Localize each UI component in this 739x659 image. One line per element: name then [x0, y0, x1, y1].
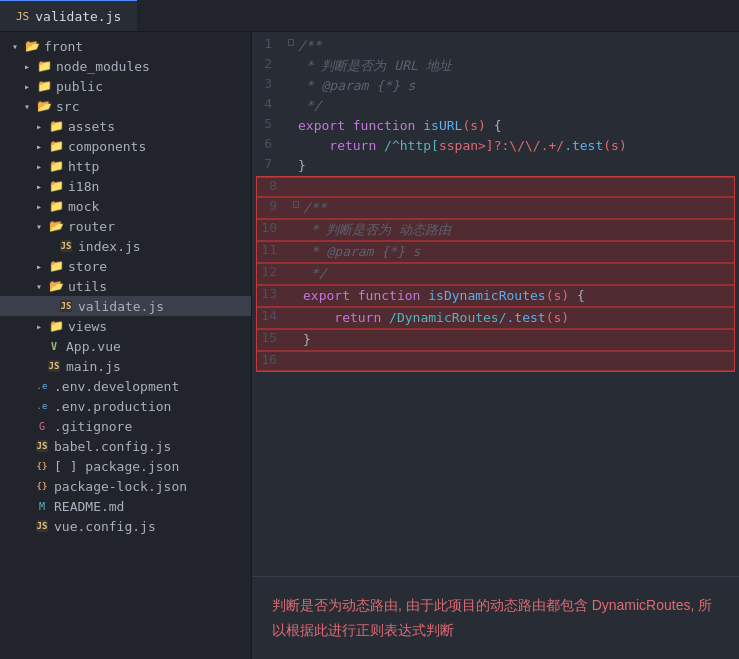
tree-item-store[interactable]: store [0, 256, 251, 276]
file-icon [34, 478, 50, 494]
folder-icon [36, 58, 52, 74]
item-label: front [44, 39, 83, 54]
file-icon [34, 498, 50, 514]
fold-button[interactable]: □ [284, 36, 298, 47]
code-text: /** [303, 198, 726, 218]
tree-item-packagejson[interactable]: [ ] package.json [0, 456, 251, 476]
line-number: 11 [257, 242, 289, 257]
code-lines: 1□/**2 * 判断是否为 URL 地址3 * @param {*} s4 *… [252, 32, 739, 576]
tree-item-vueconfig[interactable]: vue.config.js [0, 516, 251, 536]
code-line-5: 5export function isURL(s) { [252, 116, 739, 136]
fold-button[interactable]: □ [289, 198, 303, 209]
tree-item-babelconfig[interactable]: babel.config.js [0, 436, 251, 456]
tree-item-public[interactable]: public [0, 76, 251, 96]
chevron-icon [8, 39, 22, 53]
tree-item-env_dev[interactable]: .env.development [0, 376, 251, 396]
code-text: * 判断是否为 动态路由 [303, 220, 726, 240]
code-line-13: 13export function isDynamicRoutes(s) { [257, 285, 734, 307]
tree-item-router_index[interactable]: index.js [0, 236, 251, 256]
folder-icon [48, 118, 64, 134]
tree-item-mainjs[interactable]: main.js [0, 356, 251, 376]
file-icon [34, 378, 50, 394]
folder-icon [24, 38, 40, 54]
item-label: src [56, 99, 79, 114]
tree-item-components[interactable]: components [0, 136, 251, 156]
line-number: 16 [257, 352, 289, 367]
tree-item-appvue[interactable]: App.vue [0, 336, 251, 356]
code-line-15: 15} [257, 329, 734, 351]
line-number: 15 [257, 330, 289, 345]
item-label: components [68, 139, 146, 154]
chevron-icon [32, 219, 46, 233]
chevron-icon [20, 59, 34, 73]
code-editor[interactable]: 1□/**2 * 判断是否为 URL 地址3 * @param {*} s4 *… [252, 32, 739, 659]
line-number: 12 [257, 264, 289, 279]
chevron-icon [32, 199, 46, 213]
folder-icon [48, 258, 64, 274]
line-number: 6 [252, 136, 284, 151]
tree-item-views[interactable]: views [0, 316, 251, 336]
chevron-icon [20, 79, 34, 93]
code-line-7: 7} [252, 156, 739, 176]
code-text: * @param {*} s [298, 76, 731, 96]
tree-item-front[interactable]: front [0, 36, 251, 56]
line-number: 13 [257, 286, 289, 301]
code-line-12: 12 */ [257, 263, 734, 285]
folder-icon [36, 78, 52, 94]
tree-item-readme[interactable]: README.md [0, 496, 251, 516]
tree-item-utils[interactable]: utils [0, 276, 251, 296]
line-number: 2 [252, 56, 284, 71]
item-label: App.vue [66, 339, 121, 354]
tree-item-assets[interactable]: assets [0, 116, 251, 136]
folder-icon [48, 158, 64, 174]
tree-item-validate[interactable]: validate.js [0, 296, 251, 316]
code-text: export function isDynamicRoutes(s) { [303, 286, 726, 306]
tab-label: validate.js [35, 9, 121, 24]
annotation-text: 判断是否为动态路由, 由于此项目的动态路由都包含 DynamicRoutes, … [272, 593, 719, 643]
file-icon [34, 398, 50, 414]
tree-item-http[interactable]: http [0, 156, 251, 176]
code-line-8: 8 [257, 177, 734, 197]
line-number: 8 [257, 178, 289, 193]
chevron-icon [20, 99, 34, 113]
file-icon [34, 458, 50, 474]
chevron-icon [32, 139, 46, 153]
tree-item-gitignore[interactable]: .gitignore [0, 416, 251, 436]
tree-item-src[interactable]: src [0, 96, 251, 116]
code-line-1: 1□/** [252, 36, 739, 56]
line-number: 3 [252, 76, 284, 91]
code-line-9: 9□/** [257, 197, 734, 219]
code-text: return /^http[sspan>]?:\/\/.+/.test(s) [298, 136, 731, 156]
item-label: utils [68, 279, 107, 294]
item-label: vue.config.js [54, 519, 156, 534]
line-number: 4 [252, 96, 284, 111]
line-number: 1 [252, 36, 284, 51]
folder-icon [36, 98, 52, 114]
folder-icon [48, 138, 64, 154]
tab-bar: JS validate.js [0, 0, 739, 32]
item-label: public [56, 79, 103, 94]
item-label: .env.production [54, 399, 171, 414]
highlight-group: 89□/**10 * 判断是否为 动态路由11 * @param {*} s12… [256, 176, 735, 372]
folder-icon [48, 278, 64, 294]
tree-item-i18n[interactable]: i18n [0, 176, 251, 196]
tree-item-router[interactable]: router [0, 216, 251, 236]
code-text: */ [298, 96, 731, 116]
code-text: export function isURL(s) { [298, 116, 731, 136]
chevron-icon [32, 179, 46, 193]
folder-icon [48, 178, 64, 194]
tree-item-node_modules[interactable]: node_modules [0, 56, 251, 76]
code-line-16: 16 [257, 351, 734, 371]
folder-icon [48, 318, 64, 334]
line-number: 14 [257, 308, 289, 323]
tree-item-env_prod[interactable]: .env.production [0, 396, 251, 416]
code-text: * @param {*} s [303, 242, 726, 262]
item-label: index.js [78, 239, 141, 254]
item-label: assets [68, 119, 115, 134]
tree-item-packagelock[interactable]: package-lock.json [0, 476, 251, 496]
code-text: } [303, 330, 726, 350]
file-icon [58, 238, 74, 254]
active-tab[interactable]: JS validate.js [0, 0, 137, 31]
code-text: } [298, 156, 731, 176]
tree-item-mock[interactable]: mock [0, 196, 251, 216]
